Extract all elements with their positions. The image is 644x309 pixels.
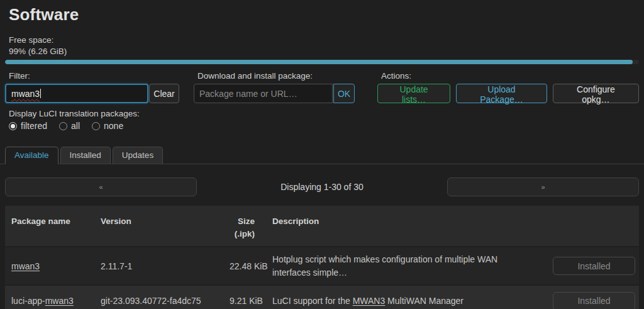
filter-section: Filter: mwan3 Clear bbox=[5, 71, 179, 103]
radio-label-none: none bbox=[104, 121, 123, 131]
table-row: luci-app-mwan3 git-23.093.40772-fa4dc75 … bbox=[5, 286, 639, 309]
description-cell: Hotplug script which makes configuration… bbox=[255, 253, 541, 279]
header-package-name: Package name bbox=[5, 215, 101, 228]
radio-option-all[interactable]: all bbox=[59, 121, 80, 131]
pagination-status: Displaying 1-30 of 30 bbox=[197, 182, 447, 192]
description-link[interactable]: MWAN3 bbox=[353, 296, 386, 306]
description-text: MultiWAN Manager bbox=[385, 296, 464, 306]
tab-installed[interactable]: Installed bbox=[60, 147, 111, 164]
free-space-progress-fill bbox=[5, 60, 633, 64]
tab-available[interactable]: Available bbox=[5, 147, 58, 164]
header-size: Size (.ipk) bbox=[230, 215, 255, 240]
translation-section: Display LuCI translation packages: filte… bbox=[5, 109, 639, 131]
table-row: mwan3 2.11.7-1 22.48 KiB Hotplug script … bbox=[5, 247, 639, 284]
translation-label: Display LuCI translation packages: bbox=[5, 109, 639, 118]
ok-button[interactable]: OK bbox=[333, 84, 355, 103]
actions-label: Actions: bbox=[377, 71, 639, 81]
version-cell: 2.11.7-1 bbox=[101, 261, 230, 271]
next-page-button[interactable]: » bbox=[447, 177, 639, 196]
radio-option-filtered[interactable]: filtered bbox=[9, 121, 47, 131]
package-link[interactable]: mwan3 bbox=[11, 261, 40, 271]
description-text: LuCI support for the bbox=[272, 296, 353, 306]
clear-button[interactable]: Clear bbox=[149, 84, 179, 103]
radio-icon[interactable] bbox=[59, 122, 67, 130]
version-cell: git-23.093.40772-fa4dc75 bbox=[101, 296, 230, 306]
package-name-cell: luci-app-mwan3 bbox=[5, 296, 101, 306]
filter-label: Filter: bbox=[5, 71, 179, 81]
radio-label-all: all bbox=[71, 121, 80, 131]
radio-option-none[interactable]: none bbox=[92, 121, 123, 131]
text-caret bbox=[40, 89, 41, 98]
free-space-label: Free space: bbox=[5, 35, 639, 46]
size-cell: 9.21 KiB bbox=[230, 296, 255, 306]
size-cell: 22.48 KiB bbox=[230, 261, 255, 271]
pagination-bar: « Displaying 1-30 of 30 » bbox=[5, 177, 639, 196]
header-size-line2: (.ipk) bbox=[230, 228, 255, 240]
description-text: Hotplug script which makes configuration… bbox=[272, 254, 497, 278]
package-name-cell: mwan3 bbox=[5, 261, 101, 271]
filter-input[interactable]: mwan3 bbox=[5, 84, 148, 103]
package-table: Package name Version Size (.ipk) Descrip… bbox=[5, 206, 639, 309]
installed-button[interactable]: Installed bbox=[553, 257, 635, 275]
table-header-row: Package name Version Size (.ipk) Descrip… bbox=[5, 206, 639, 246]
controls-row: Filter: mwan3 Clear Download and install… bbox=[5, 71, 639, 103]
header-size-line1: Size bbox=[230, 215, 255, 228]
download-label: Download and install package: bbox=[194, 71, 355, 81]
free-space-section: Free space: 99% (6.26 GiB) bbox=[5, 35, 639, 64]
free-space-value: 99% (6.26 GiB) bbox=[5, 46, 639, 57]
installed-button[interactable]: Installed bbox=[553, 292, 635, 309]
configure-opkg-button[interactable]: Configure opkg… bbox=[553, 84, 639, 103]
radio-icon[interactable] bbox=[92, 122, 100, 130]
action-cell: Installed bbox=[541, 292, 639, 309]
radio-icon[interactable] bbox=[9, 122, 17, 130]
tab-bar: Available Installed Updates bbox=[0, 147, 644, 164]
page-title: Software bbox=[0, 0, 644, 25]
tab-updates[interactable]: Updates bbox=[113, 147, 163, 164]
header-version: Version bbox=[101, 215, 230, 228]
description-cell: LuCI support for the MWAN3 MultiWAN Mana… bbox=[255, 295, 541, 308]
upload-package-button[interactable]: Upload Package… bbox=[456, 84, 547, 103]
package-link[interactable]: mwan3 bbox=[45, 296, 74, 306]
free-space-progressbar bbox=[5, 60, 639, 64]
package-name-text: luci-app- bbox=[11, 296, 45, 306]
action-cell: Installed bbox=[541, 257, 639, 275]
header-description: Description bbox=[255, 215, 541, 228]
actions-section: Actions: Update lists… Upload Package… C… bbox=[377, 71, 639, 103]
filter-input-value: mwan3 bbox=[11, 89, 40, 99]
software-page: Software Free space: 99% (6.26 GiB) Filt… bbox=[0, 0, 644, 309]
update-lists-button[interactable]: Update lists… bbox=[377, 84, 450, 103]
radio-label-filtered: filtered bbox=[21, 121, 47, 131]
download-input[interactable] bbox=[194, 84, 333, 103]
prev-page-button[interactable]: « bbox=[5, 177, 197, 196]
download-section: Download and install package: OK bbox=[194, 71, 355, 103]
